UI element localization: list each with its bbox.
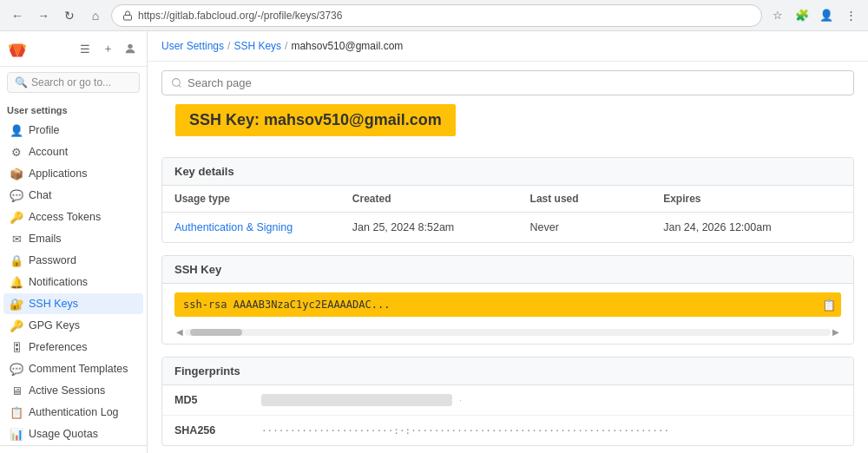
sidebar-item-chat[interactable]: 💬 Chat <box>3 185 143 206</box>
content-area: Key details Usage type Created Last used… <box>148 157 868 446</box>
avatar-icon[interactable] <box>121 39 140 58</box>
access-tokens-icon: 🔑 <box>10 211 23 223</box>
ssh-key-card: SSH Key ssh-rsa AAAAB3NzaC1yc2EAAAADAC..… <box>161 255 854 345</box>
account-button[interactable]: 👤 <box>816 5 837 26</box>
ssh-scrollbar-track[interactable] <box>185 329 831 336</box>
preferences-icon: 🎛 <box>10 341 23 353</box>
sidebar-item-authentication-log[interactable]: 📋 Authentication Log <box>3 402 143 423</box>
sidebar-label-ssh-keys: SSH Keys <box>29 298 78 310</box>
breadcrumb-sep-1: / <box>227 40 230 52</box>
sidebar-item-profile[interactable]: 👤 Profile <box>3 120 143 141</box>
password-icon: 🔒 <box>10 254 23 266</box>
sidebar-item-active-sessions[interactable]: 🖥 Active Sessions <box>3 380 143 401</box>
fp-md5-label: MD5 <box>174 394 261 406</box>
browser-action-buttons: ☆ 🧩 👤 ⋮ <box>767 5 861 26</box>
sidebar-label-usage-quotas: Usage Quotas <box>29 428 98 440</box>
sidebar-item-gpg-keys[interactable]: 🔑 GPG Keys <box>3 315 143 336</box>
search-bar-container <box>148 62 868 104</box>
sidebar-item-password[interactable]: 🔒 Password <box>3 250 143 271</box>
ssh-scroll-row: ◀ ▶ <box>162 325 853 344</box>
key-details-card: Key details Usage type Created Last used… <box>161 157 854 243</box>
notifications-icon: 🔔 <box>10 276 23 288</box>
sidebar-label-gpg-keys: GPG Keys <box>29 319 80 332</box>
sidebar-label-active-sessions: Active Sessions <box>29 384 105 397</box>
col-usage-type: Usage type <box>174 193 352 205</box>
forward-button[interactable]: → <box>33 5 54 26</box>
key-details-table-header: Usage type Created Last used Expires <box>162 186 853 213</box>
sidebar-label-comment-templates: Comment Templates <box>29 363 128 375</box>
fp-md5-value-container: · <box>261 394 841 406</box>
star-button[interactable]: ☆ <box>767 5 788 26</box>
fingerprints-card: Fingerprints MD5 · SHA256 ··············… <box>161 357 854 446</box>
copy-icon[interactable]: 📋 <box>822 299 836 312</box>
gpg-keys-icon: 🔑 <box>10 319 23 332</box>
app-body: ☰ ＋ 🔍 Search or go to... User settings 👤… <box>0 31 868 453</box>
ssh-scrollbar-thumb <box>190 329 242 336</box>
sidebar-item-applications[interactable]: 📦 Applications <box>3 163 143 184</box>
fp-sha256-label: SHA256 <box>174 424 261 437</box>
profile-icon: 👤 <box>10 124 23 136</box>
sidebar-item-emails[interactable]: ✉ Emails <box>3 228 143 249</box>
fp-md5-dots: · <box>459 395 462 405</box>
col-created: Created <box>352 193 530 205</box>
search-bar[interactable] <box>161 70 854 95</box>
sidebar-item-access-tokens[interactable]: 🔑 Access Tokens <box>3 207 143 227</box>
menu-button[interactable]: ⋮ <box>840 5 861 26</box>
svg-line-3 <box>179 85 181 87</box>
svg-rect-0 <box>124 15 132 20</box>
lock-icon <box>122 10 133 21</box>
ssh-key-display: ssh-rsa AAAAB3NzaC1yc2EAAAADAC... 📋 <box>174 292 841 317</box>
breadcrumb-current: mahsov510@gmail.com <box>291 40 403 52</box>
sidebar-item-preferences[interactable]: 🎛 Preferences <box>3 337 143 358</box>
fp-sha256-row: SHA256 ·······················:·:·······… <box>162 416 853 445</box>
sidebar-header-icons: ☰ ＋ <box>76 39 140 58</box>
cell-expires: Jan 24, 2026 12:00am <box>663 221 841 233</box>
cell-last-used: Never <box>530 221 664 233</box>
address-bar[interactable]: https://gitlab.fabcloud.org/-/profile/ke… <box>111 4 762 27</box>
ssh-keys-icon: 🔐 <box>10 298 23 310</box>
cell-usage-type[interactable]: Authentication & Signing <box>174 221 352 233</box>
sidebar-footer-help[interactable]: ❓ Help <box>0 445 147 453</box>
sidebar-item-comment-templates[interactable]: 💬 Comment Templates <box>3 358 143 379</box>
breadcrumb: User Settings / SSH Keys / mahsov510@gma… <box>148 31 868 62</box>
sidebar-item-notifications[interactable]: 🔔 Notifications <box>3 272 143 292</box>
active-sessions-icon: 🖥 <box>10 384 23 397</box>
back-button[interactable]: ← <box>7 5 28 26</box>
sidebar-item-usage-quotas[interactable]: 📊 Usage Quotas <box>3 423 143 444</box>
sidebar-toggle-icon[interactable]: ☰ <box>76 39 95 58</box>
browser-chrome: ← → ↻ ⌂ https://gitlab.fabcloud.org/-/pr… <box>0 0 868 31</box>
key-details-table-row: Authentication & Signing Jan 25, 2024 8:… <box>162 213 853 242</box>
sidebar-label-account: Account <box>29 146 68 158</box>
breadcrumb-ssh-keys[interactable]: SSH Keys <box>233 40 281 52</box>
sidebar-search[interactable]: 🔍 Search or go to... <box>7 72 140 93</box>
svg-point-1 <box>128 44 132 49</box>
col-last-used: Last used <box>530 193 664 205</box>
search-input[interactable] <box>187 76 845 89</box>
new-item-icon[interactable]: ＋ <box>98 39 117 58</box>
sidebar-label-authentication-log: Authentication Log <box>29 406 119 418</box>
cell-created: Jan 25, 2024 8:52am <box>352 221 530 233</box>
breadcrumb-sep-2: / <box>285 40 287 52</box>
sidebar-label-password: Password <box>29 254 76 266</box>
svg-point-2 <box>173 79 181 87</box>
scroll-right-arrow[interactable]: ▶ <box>831 327 841 337</box>
refresh-button[interactable]: ↻ <box>59 5 80 26</box>
ssh-key-header: SSH Key <box>162 256 853 284</box>
sidebar-items-container: 👤 Profile ⚙ Account 📦 Applications 💬 Cha… <box>0 119 147 445</box>
main-content: User Settings / SSH Keys / mahsov510@gma… <box>148 31 868 453</box>
sidebar-item-account[interactable]: ⚙ Account <box>3 141 143 162</box>
sidebar-label-access-tokens: Access Tokens <box>29 211 101 223</box>
home-button[interactable]: ⌂ <box>85 5 106 26</box>
search-icon <box>171 77 182 89</box>
fp-sha256-value: ·······················:·:··············… <box>261 425 841 437</box>
breadcrumb-user-settings[interactable]: User Settings <box>161 40 224 52</box>
chat-icon: 💬 <box>10 189 23 201</box>
comment-templates-icon: 💬 <box>10 363 23 375</box>
sidebar: ☰ ＋ 🔍 Search or go to... User settings 👤… <box>0 31 148 453</box>
sidebar-item-ssh-keys[interactable]: 🔐 SSH Keys <box>3 293 143 314</box>
scroll-left-arrow[interactable]: ◀ <box>174 327 185 337</box>
extensions-button[interactable]: 🧩 <box>792 5 812 26</box>
gitlab-logo <box>7 38 28 59</box>
sidebar-label-chat: Chat <box>29 189 51 201</box>
key-details-header: Key details <box>162 158 853 186</box>
